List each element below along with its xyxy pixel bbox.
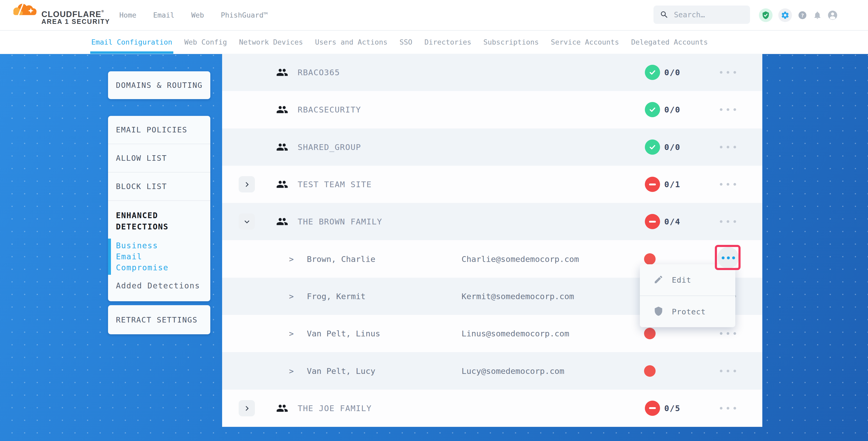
sidebar-item-retract-settings[interactable]: RETRACT SETTINGS [108,305,210,334]
group-name: THE BROWN FAMILY [298,217,382,226]
nav-home[interactable]: Home [119,11,136,19]
status-badge-ok [645,139,660,155]
group-icon [276,216,288,228]
tab-email-configuration[interactable]: Email Configuration [91,30,172,54]
sidebar-item-business-email-compromise[interactable]: Business Email Compromise [108,240,179,273]
status-dot [644,253,656,265]
row-collapse-button[interactable] [239,213,255,230]
protected-count: 0/0 [664,143,681,152]
group-icon [276,66,288,78]
pencil-icon [653,275,663,286]
group-icon [276,103,288,116]
group-name: TEST TEAM SITE [298,180,372,189]
status-badge-ok [645,65,660,80]
tab-web-config[interactable]: Web Config [184,30,227,54]
cloudflare-logo[interactable]: CLOUDFLARE® AREA 1 SECURITY [11,1,121,29]
click-highlight-annotation [715,245,741,270]
status-dot [644,328,656,339]
group-name: THE JOE FAMILY [298,404,372,413]
tab-service-accounts[interactable]: Service Accounts [551,30,619,54]
tab-network-devices[interactable]: Network Devices [239,30,303,54]
row-expand-button[interactable] [239,400,255,416]
sidebar-item-domains-routing[interactable]: DOMAINS & ROUTING [108,71,210,99]
sidebar-item-added-detections[interactable]: Added Detections [108,281,210,301]
protected-count: 0/5 [664,404,681,413]
table-row-group: THE JOE FAMILY 0/5 [222,389,762,427]
member-email: Charlie@somedemocorp.com [462,254,579,264]
row-expand-button[interactable] [239,176,255,192]
search-box[interactable] [653,5,750,24]
tab-users-and-actions[interactable]: Users and Actions [315,30,387,54]
group-name: RBACSECURITY [298,105,361,114]
group-icon [276,178,288,190]
nav-phishguard[interactable]: PhishGuard™ [221,11,268,19]
status-dot [644,365,656,377]
member-caret-icon[interactable]: > [289,254,294,263]
table-row-group: RBACO365 0/0 [222,54,762,91]
status-badge-blocked [645,401,660,416]
row-actions-button[interactable] [720,332,736,335]
groups-table: RBACO365 0/0 RBACSECURITY 0/0 SHARED_GRO… [222,54,762,427]
member-caret-icon[interactable]: > [289,366,294,375]
tab-directories[interactable]: Directories [424,30,471,54]
shield-check-icon[interactable] [759,8,773,22]
member-email: Kermit@somedemocorp.com [462,291,574,301]
sidebar-item-block-list[interactable]: BLOCK LIST [108,172,210,201]
tab-subscriptions[interactable]: Subscriptions [483,30,539,54]
protected-count: 0/0 [664,105,681,114]
tab-sso[interactable]: SSO [400,30,412,54]
member-name: Van Pelt, Linus [307,329,380,338]
top-navigation: HomeEmailWebPhishGuard™ [119,0,268,30]
nav-email[interactable]: Email [153,11,175,19]
row-actions-button[interactable] [720,407,736,410]
protected-count: 0/0 [664,68,681,77]
section-tabs: Email ConfigurationWeb ConfigNetwork Dev… [91,30,708,54]
table-row-member: > Van Pelt, Lucy Lucy@somedemocorp.com [222,352,762,389]
table-row-group: SHARED_GROUP 0/0 [222,128,762,166]
table-row-group: THE BROWN FAMILY 0/4 [222,203,762,240]
member-name: Frog, Kermit [307,291,366,301]
member-caret-icon[interactable]: > [289,329,294,338]
table-row-group: RBACSECURITY 0/0 [222,91,762,128]
protected-count: 0/1 [664,180,681,189]
member-email: Linus@somedemocorp.com [462,329,569,338]
header-action-icons: ? [759,0,838,30]
sidebar-card-email-policies: EMAIL POLICIESALLOW LISTBLOCK LISTENHANC… [108,116,210,301]
protected-count: 0/4 [664,217,681,226]
menu-item-protect[interactable]: Protect [640,295,735,327]
search-input[interactable] [674,10,745,20]
page: CLOUDFLARE® AREA 1 SECURITY HomeEmailWeb… [0,0,868,441]
member-caret-icon[interactable]: > [289,291,294,301]
brand-subtitle: AREA 1 SECURITY [41,18,110,25]
row-actions-button[interactable] [720,108,736,111]
bell-icon[interactable] [813,11,822,20]
group-name: RBACO365 [298,68,340,77]
status-badge-blocked [645,214,660,229]
member-name: Van Pelt, Lucy [307,366,375,376]
sidebar-item-email-policies[interactable]: EMAIL POLICIES [108,116,210,144]
row-actions-button[interactable] [720,220,736,223]
status-badge-ok [645,102,660,117]
nav-web[interactable]: Web [191,11,204,19]
group-name: SHARED_GROUP [298,143,361,152]
sidebar-item-allow-list[interactable]: ALLOW LIST [108,144,210,172]
help-icon[interactable]: ? [798,10,807,20]
svg-text:?: ? [801,12,804,18]
row-actions-button[interactable] [720,146,736,148]
row-actions-button[interactable] [720,370,736,372]
sidebar-item-enhanced-detections[interactable]: ENHANCED DETECTIONS [108,201,188,232]
app-header: CLOUDFLARE® AREA 1 SECURITY HomeEmailWeb… [0,0,868,31]
cloudflare-cloud-icon [11,2,40,17]
group-icon [276,141,288,153]
row-actions-button[interactable] [720,71,736,74]
search-icon [660,10,669,19]
row-context-menu: Edit Protect [640,264,735,327]
tab-delegated-accounts[interactable]: Delegated Accounts [631,30,708,54]
sidebar-card-domains-routing: DOMAINS & ROUTING [108,71,210,99]
avatar-icon[interactable] [828,10,838,20]
group-icon [276,402,288,414]
gear-icon[interactable] [778,8,792,22]
status-badge-blocked [645,177,660,192]
member-name: Brown, Charlie [307,254,375,264]
row-actions-button[interactable] [720,183,736,186]
